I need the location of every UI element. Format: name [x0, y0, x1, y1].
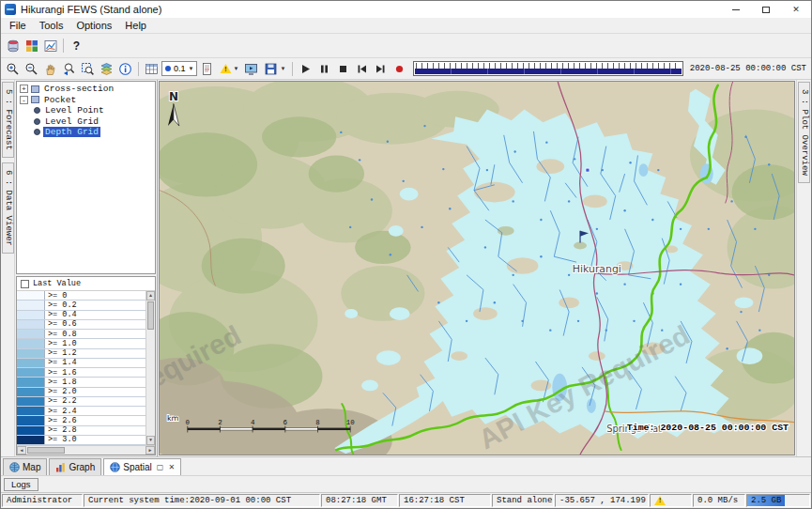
- tree-item-label: Depth Grid: [43, 127, 100, 137]
- pan-hand-icon: [43, 62, 57, 76]
- scale-tick-label: 0: [186, 419, 190, 426]
- scrollbar-thumb[interactable]: [147, 301, 154, 330]
- zoom-extent-button[interactable]: [79, 60, 97, 78]
- tree-item-level-point[interactable]: Level Point: [17, 105, 155, 116]
- town-label-primary: Hikurangi: [573, 263, 621, 275]
- timeline-slider[interactable]: [413, 61, 682, 76]
- zoom-previous-button[interactable]: [60, 60, 78, 78]
- app-window: Hikurangi FEWS (Stand alone) ✕ FileTools…: [0, 0, 812, 509]
- warnings-dropdown-button[interactable]: ! ▼: [217, 60, 241, 78]
- tree-item-level-grid[interactable]: Level Grid: [17, 116, 155, 128]
- export-dropdown-button[interactable]: ▼: [261, 60, 288, 78]
- animation-button[interactable]: [242, 60, 260, 78]
- map-view[interactable]: API Key Required API Key Required Hikura…: [159, 81, 795, 455]
- zoom-in-button[interactable]: [4, 60, 22, 78]
- scale-unit-label: km: [167, 414, 178, 423]
- plus-expander-icon[interactable]: +: [20, 85, 28, 93]
- legend-color-swatch: [17, 291, 45, 300]
- scrollbar-track[interactable]: [146, 331, 155, 436]
- map-canvas[interactable]: API Key Required API Key Required Hikura…: [160, 82, 794, 455]
- tab-map[interactable]: Map: [3, 458, 47, 475]
- legend-entry-label: >= 0: [45, 291, 69, 300]
- grid-display-button[interactable]: [23, 37, 40, 54]
- tree-item-label: Level Point: [43, 105, 106, 116]
- layers-button[interactable]: [98, 60, 115, 78]
- legend-row: >= 0.2: [17, 301, 146, 310]
- record-button[interactable]: [391, 60, 408, 78]
- table-grid-button[interactable]: [143, 60, 161, 78]
- minimize-button[interactable]: [721, 1, 751, 18]
- tab-data-viewer[interactable]: 6 : Data Viewer: [2, 162, 14, 254]
- help-button[interactable]: ?: [68, 37, 85, 54]
- stop-button[interactable]: [334, 60, 352, 78]
- menu-item-options[interactable]: Options: [69, 19, 118, 32]
- legend-color-swatch: [17, 368, 45, 377]
- tree-item-label: Cross-section: [42, 84, 115, 94]
- close-button[interactable]: ✕: [781, 1, 811, 18]
- menu-item-tools[interactable]: Tools: [33, 19, 70, 32]
- scale-tick-label: 4: [251, 419, 255, 426]
- minus-expander-icon[interactable]: -: [20, 96, 28, 104]
- pause-icon: [318, 63, 330, 75]
- skip-end-icon: [375, 63, 387, 75]
- legend-panel: Last Value >= 0>= 0.2>= 0.4>= 0.6>= 0.8>…: [16, 276, 156, 455]
- maximize-button[interactable]: [751, 1, 781, 18]
- close-tab-icon[interactable]: ✕: [168, 463, 175, 471]
- status-alerts: !: [650, 494, 692, 507]
- skip-to-start-button[interactable]: [353, 60, 371, 78]
- tree-item-cross-section[interactable]: +Cross-section: [17, 84, 155, 95]
- legend-entry-label: >= 0.2: [45, 301, 80, 309]
- tab-graph[interactable]: Graph: [49, 458, 101, 475]
- legend-entry-label: >= 1.2: [45, 349, 80, 358]
- pan-button[interactable]: [41, 60, 59, 78]
- zoom-out-icon: [24, 62, 38, 76]
- timeline-range-bar[interactable]: [415, 69, 681, 74]
- legend-entry-label: >= 1.0: [45, 339, 80, 347]
- play-button[interactable]: [297, 60, 314, 78]
- chart-display-button[interactable]: [41, 37, 59, 54]
- legend-row: >= 3.0: [17, 436, 146, 445]
- folder-icon: [31, 85, 39, 93]
- legend-hscrollbar[interactable]: ◀ ▶: [17, 445, 155, 455]
- info-button[interactable]: [116, 60, 134, 78]
- tab-plot-overview[interactable]: 3 : Plot Overview: [798, 82, 810, 183]
- scrollbar-track[interactable]: [66, 446, 146, 455]
- tree-item-depth-grid[interactable]: Depth Grid: [17, 127, 155, 138]
- status-text: Current system time:2020-09-01 00:00 CST: [88, 496, 291, 505]
- tab-spatial[interactable]: Spatial ▢ ✕: [103, 458, 181, 475]
- logs-button[interactable]: Logs: [4, 478, 38, 491]
- warning-icon: !: [654, 496, 666, 505]
- legend-scrollbar[interactable]: ▲ ▼: [146, 291, 155, 445]
- tab-forecast[interactable]: 5 : Forecast: [2, 82, 14, 158]
- pause-button[interactable]: [315, 60, 333, 78]
- profile-document-button[interactable]: [198, 60, 216, 78]
- skip-to-end-button[interactable]: [372, 60, 390, 78]
- legend-color-swatch: [17, 436, 45, 444]
- tree-item-pocket[interactable]: -Pocket: [17, 95, 155, 106]
- status-user: Administrator: [2, 494, 83, 507]
- status-system-time: Current system time:2020-09-01 00:00 CST: [84, 494, 320, 507]
- document-icon: [200, 62, 214, 76]
- threshold-combo[interactable]: 0.1 ▼: [161, 61, 197, 76]
- legend-color-swatch: [17, 359, 45, 367]
- scroll-down-icon[interactable]: ▼: [146, 436, 155, 445]
- scroll-left-icon[interactable]: ◀: [17, 446, 26, 455]
- scrollbar-thumb[interactable]: [27, 447, 65, 454]
- left-tab-strip: 5 : Forecast 6 : Data Viewer: [1, 80, 15, 456]
- legend-row: >= 0.6: [17, 320, 146, 330]
- float-tab-icon[interactable]: ▢: [157, 463, 164, 471]
- database-button[interactable]: [4, 37, 22, 54]
- minimize-icon: [732, 9, 740, 10]
- scroll-up-icon[interactable]: ▲: [146, 291, 155, 301]
- last-value-checkbox[interactable]: [21, 280, 29, 288]
- status-text: 08:27:18 GMT: [326, 496, 387, 505]
- legend-color-swatch: [17, 339, 45, 347]
- legend-color-swatch: [17, 320, 45, 329]
- legend-row: >= 2.2: [17, 397, 146, 407]
- zoom-out-button[interactable]: [23, 60, 40, 78]
- legend-entry-label: >= 2.2: [45, 397, 80, 406]
- status-gmt-time: 08:27:18 GMT: [321, 494, 398, 507]
- scroll-right-icon[interactable]: ▶: [146, 446, 155, 455]
- menu-item-help[interactable]: Help: [118, 19, 153, 32]
- menu-item-file[interactable]: File: [3, 19, 33, 32]
